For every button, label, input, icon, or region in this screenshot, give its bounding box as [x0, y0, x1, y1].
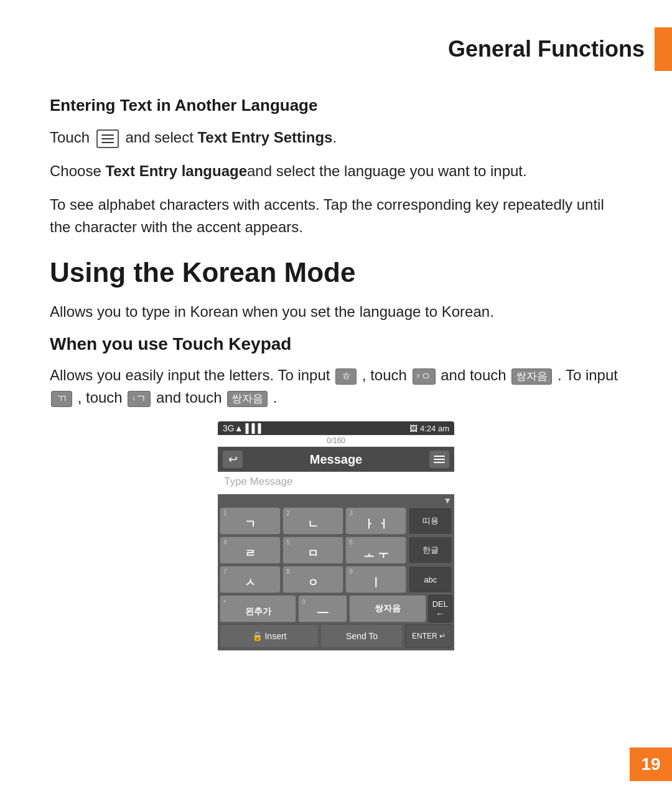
kb-enter-key[interactable]: ENTER ↵ — [405, 624, 452, 648]
kb-side-label-3: abc — [424, 575, 437, 584]
kb-side-key-1[interactable]: 띠용 — [408, 507, 452, 535]
main-content: Entering Text in Another Language Touch … — [0, 71, 672, 688]
kb-key-6[interactable]: 6 ㅗ ㅜ — [345, 537, 406, 564]
kb-char-ga: ㄱ — [245, 517, 256, 532]
kb-num-3: 3 — [349, 510, 353, 517]
kb-num-4: 4 — [223, 540, 227, 546]
kb-sendto-key[interactable]: Send To — [320, 624, 403, 648]
status-icons: 🖼 — [409, 424, 418, 433]
kb-num-6: 6 — [349, 540, 353, 546]
touch-keypad-section: When you use Touch Keypad Allows you eas… — [50, 334, 622, 650]
kb-key-3[interactable]: 3 ㅏ ㅓ — [345, 507, 406, 535]
counter-bar: 0/160 — [218, 435, 454, 447]
para2-post: and select the language you want to inpu… — [247, 162, 527, 179]
kb-char-o-u: ㅗ ㅜ — [363, 546, 389, 561]
kb-num-9: 9 — [349, 569, 353, 575]
kb-key-star[interactable]: * 왼추가 — [220, 595, 296, 622]
entering-text-section: Entering Text in Another Language Touch … — [50, 96, 622, 238]
message-bar: ↩ Message — [218, 447, 454, 472]
kb-key-hash[interactable]: 쌍자음 — [349, 595, 426, 622]
char2-key: ㄲ — [51, 391, 72, 407]
para1-bold: Text Entry Settings — [197, 129, 332, 146]
kb-char-mi: ㅁ — [307, 546, 319, 561]
kb-num-2: 2 — [286, 510, 290, 517]
status-signal: ▌▌▌ — [246, 423, 264, 433]
korean-mode-heading: Using the Korean Mode — [50, 257, 622, 288]
kb-side-label-2: 한글 — [422, 545, 439, 556]
kb-insert-key[interactable]: 🔒 Insert — [220, 624, 319, 648]
page-title: General Functions — [448, 27, 655, 71]
kb-del-icon: ← — [436, 609, 444, 619]
kb-key-0[interactable]: 0 — — [298, 595, 347, 622]
back-icon: ↩ — [228, 452, 238, 466]
kb-num-0: 0 — [302, 599, 306, 606]
phone-mockup: 3G▲ ▌▌▌ 🖼 4:24 am 0/160 ↩ Message — [218, 421, 454, 650]
body-pre: Allows you easily input the letters. To … — [50, 367, 330, 383]
char1-key: ㅎ — [335, 368, 357, 385]
menu-line-3 — [101, 142, 114, 143]
kb-num-star: * — [223, 600, 226, 606]
menu-line-a — [434, 456, 445, 457]
entering-text-para3: To see alphabet characters with accents.… — [50, 194, 622, 238]
kb-char-ra: ㄹ — [245, 546, 256, 561]
header-title-wrap: General Functions — [448, 27, 672, 71]
body-mid3: . To input — [558, 367, 618, 383]
kb-side-key-2[interactable]: 한글 — [408, 537, 452, 564]
message-menu-button[interactable] — [429, 451, 449, 468]
kb-key-8[interactable]: 8 ㅇ — [282, 566, 343, 593]
body-mid1: , touch — [362, 367, 411, 383]
kb-key-5[interactable]: 5 ㅁ — [282, 537, 343, 564]
kb-side-label-1: 띠용 — [422, 515, 439, 527]
kb-insert-label: 🔒 Insert — [252, 631, 287, 641]
kb-row-4: * 왼추가 0 — 쌍자음 DEL ← — [218, 593, 454, 622]
type-message-area[interactable]: Type Message — [218, 472, 454, 494]
keyboard: ▼ 1 ㄱ 2 ㄴ 3 ㅏ ㅓ — [218, 494, 454, 650]
kb-char-ssang: 쌍자음 — [375, 603, 401, 614]
kb-char-i-eung: ㅇ — [307, 575, 319, 590]
kb-num-8: 8 — [286, 569, 290, 575]
kb-char-i: ㅣ — [370, 575, 381, 590]
entering-text-heading: Entering Text in Another Language — [50, 96, 622, 115]
status-time: 4:24 am — [420, 424, 449, 433]
kb-char-left-add: 왼추가 — [245, 606, 271, 617]
status-right: 🖼 4:24 am — [409, 424, 449, 433]
entering-text-para2: Choose Text Entry languageand select the… — [50, 160, 622, 182]
kb-key-1[interactable]: 1 ㄱ — [220, 507, 281, 535]
back-button[interactable]: ↩ — [223, 451, 243, 468]
kb-key-4[interactable]: 4 ㄹ — [220, 537, 281, 564]
para2-bold: Text Entry language — [105, 162, 247, 179]
kb-key-9[interactable]: 9 ㅣ — [345, 566, 406, 593]
body-mid2: and touch — [441, 367, 510, 383]
kb-bottom-row: 🔒 Insert Send To ENTER ↵ — [218, 622, 454, 650]
kb-del-key[interactable]: DEL ← — [428, 595, 452, 622]
key3: 1ㄱ — [128, 391, 151, 407]
kb-char-na: ㄴ — [307, 517, 319, 532]
kb-top-bar: ▼ — [218, 494, 454, 505]
menu-line-b — [434, 459, 445, 460]
body-end: . — [273, 389, 278, 406]
kb-key-2[interactable]: 2 ㄴ — [282, 507, 343, 535]
kb-row-3: 7 ㅅ 8 ㅇ 9 ㅣ abc — [218, 564, 454, 593]
para1-and-select: and select — [125, 129, 197, 146]
kb-sendto-label: Send To — [346, 631, 378, 641]
message-counter: 0/160 — [327, 436, 345, 445]
type-placeholder: Type Message — [224, 476, 293, 487]
kb-enter-label: ENTER ↵ — [412, 632, 446, 640]
message-title: Message — [248, 452, 424, 467]
menu-line-2 — [101, 138, 114, 139]
menu-icon — [96, 129, 119, 148]
kb-side-key-3[interactable]: abc — [408, 566, 452, 593]
page-number: 19 — [630, 747, 672, 781]
kb-del-label: DEL — [432, 599, 448, 609]
body-mid5: and touch — [156, 389, 226, 406]
para2-choose: Choose — [50, 162, 105, 179]
kb-row-1: 1 ㄱ 2 ㄴ 3 ㅏ ㅓ 띠용 — [218, 505, 454, 535]
status-network: 3G▲ — [223, 423, 243, 433]
status-bar: 3G▲ ▌▌▌ 🖼 4:24 am — [218, 421, 454, 435]
para1-touch: Touch — [50, 129, 90, 146]
menu-line-c — [434, 462, 445, 463]
body-mid4: , touch — [78, 389, 127, 406]
kb-collapse-icon[interactable]: ▼ — [443, 495, 452, 505]
key4: 쌍자음 — [227, 391, 268, 407]
kb-key-7[interactable]: 7 ㅅ — [220, 566, 281, 593]
